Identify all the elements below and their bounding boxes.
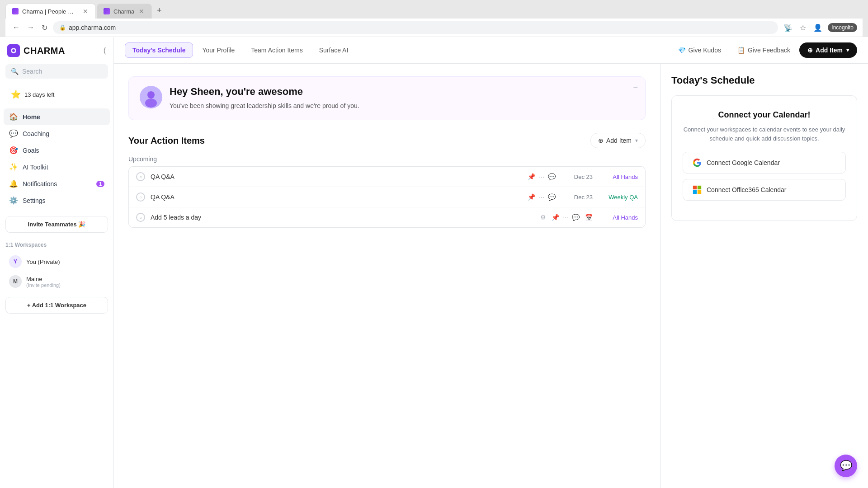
sidebar-item-settings[interactable]: ⚙️ Settings [4, 192, 110, 209]
svg-point-4 [147, 91, 155, 99]
svg-rect-6 [693, 186, 697, 189]
workspace-name-maine: Maine [26, 276, 61, 282]
invite-teammates-button[interactable]: Invite Teammates 🎉 [5, 216, 108, 233]
action-name-2: QA Q&A [151, 193, 522, 201]
action-tag-3[interactable]: All Hands [602, 214, 638, 221]
connect-google-calendar-button[interactable]: Connect Google Calendar [683, 152, 846, 174]
tab-favicon-1 [12, 8, 19, 14]
action-tag-1[interactable]: All Hands [602, 174, 638, 180]
incognito-badge: Incognito [828, 23, 857, 32]
home-icon: 🏠 [9, 113, 18, 121]
tab-favicon-2 [104, 8, 110, 14]
new-tab-button[interactable]: + [153, 4, 165, 17]
sidebar-item-home[interactable]: 🏠 Home [4, 108, 110, 125]
top-nav-today-schedule[interactable]: Today's Schedule [125, 42, 193, 58]
chat-bubble-button[interactable]: 💬 [835, 455, 857, 477]
trial-badge: ⭐ 13 days left [5, 86, 108, 103]
tab-title-1: Charma | People Management S... [22, 8, 78, 15]
office365-icon [692, 185, 702, 195]
sidebar-item-coaching[interactable]: 💬 Coaching [4, 125, 110, 142]
office365-label: Connect Office365 Calendar [707, 186, 786, 193]
action-check-3[interactable]: ○ [136, 213, 145, 222]
table-row: ○ QA Q&A 📌 ··· 💬 Dec 23 All Hands [129, 167, 645, 187]
bookmark-icon[interactable]: ☆ [798, 22, 808, 34]
top-nav-surface-ai[interactable]: Surface AI [312, 43, 356, 57]
sidebar-item-goals[interactable]: 🎯 Goals [4, 142, 110, 159]
app-container: CHARMA ⟨ 🔍 Search ⭐ 13 days left 🏠 Home … [0, 37, 868, 488]
connect-office365-button[interactable]: Connect Office365 Calendar [683, 179, 846, 201]
address-text: app.charma.com [69, 24, 116, 31]
right-panel-title: Today's Schedule [671, 75, 857, 86]
give-kudos-button[interactable]: 💎 Give Kudos [671, 43, 728, 57]
sidebar-item-label-ai-toolkit: AI Toolkit [23, 164, 48, 171]
nav-items: 🏠 Home 💬 Coaching 🎯 Goals ✨ AI Toolkit 🔔… [0, 107, 113, 211]
top-nav-your-profile[interactable]: Your Profile [195, 43, 242, 57]
action-tag-2[interactable]: Weekly QA [602, 194, 638, 201]
pin-icon-1[interactable]: 📌 [528, 173, 535, 180]
sidebar-search[interactable]: 🔍 Search [5, 64, 108, 79]
sidebar-item-notifications[interactable]: 🔔 Notifications 1 [4, 175, 110, 192]
sidebar-header: CHARMA ⟨ [0, 37, 113, 61]
more-icon-2[interactable]: ··· [539, 193, 544, 201]
welcome-avatar [140, 86, 162, 108]
welcome-close-button[interactable]: − [633, 83, 638, 93]
table-row: ○ Add 5 leads a day ⚙ 📌 ··· 💬 📅 All Hand… [129, 207, 645, 227]
workspace-sub-maine: (Invite pending) [26, 282, 61, 288]
action-check-2[interactable]: ○ [136, 192, 145, 202]
give-feedback-button[interactable]: 📋 Give Feedback [730, 43, 797, 57]
top-nav-team-action[interactable]: Team Action Items [244, 43, 310, 57]
ai-toolkit-icon: ✨ [9, 163, 18, 171]
tab-active[interactable]: Charma | People Management S... ✕ [5, 4, 96, 19]
action-date-1: Dec 23 [561, 174, 593, 180]
add-item-button[interactable]: ⊕ Add Item ▾ [799, 42, 857, 58]
profile-icon[interactable]: 👤 [811, 22, 824, 34]
workspace-maine[interactable]: M Maine (Invite pending) [5, 272, 108, 291]
address-bar[interactable]: 🔒 app.charma.com [53, 21, 778, 34]
workspace-avatar-private: Y [9, 255, 22, 268]
lock-icon: 🔒 [59, 24, 66, 31]
action-icons-1: 📌 ··· 💬 [528, 173, 556, 180]
logo-icon [7, 44, 20, 57]
gear-icon-3[interactable]: ⚙ [540, 214, 546, 221]
more-icon-1[interactable]: ··· [539, 173, 544, 180]
comment-icon-2[interactable]: 💬 [548, 193, 556, 201]
tab-close-1[interactable]: ✕ [82, 8, 89, 15]
action-items-header: Your Action Items ⊕ Add Item ▾ [128, 133, 646, 148]
workspaces-section: 1:1 Workspaces Y You (Private) M Maine (… [0, 238, 113, 293]
feedback-icon: 📋 [737, 47, 745, 54]
sidebar-item-label-goals: Goals [23, 147, 39, 154]
table-row: ○ QA Q&A 📌 ··· 💬 Dec 23 Weekly QA [129, 187, 645, 207]
add-item-label: Add Item [816, 47, 843, 54]
action-check-1[interactable]: ○ [136, 172, 145, 181]
welcome-greeting: Hey Sheen, you're awesome [170, 86, 634, 98]
tab-title-2: Charma [113, 8, 134, 15]
tab-close-2[interactable]: ✕ [138, 8, 145, 15]
svg-rect-9 [698, 190, 701, 194]
sidebar: CHARMA ⟨ 🔍 Search ⭐ 13 days left 🏠 Home … [0, 37, 114, 488]
top-nav: Today's Schedule Your Profile Team Actio… [114, 37, 868, 64]
sidebar-collapse-button[interactable]: ⟨ [103, 46, 106, 56]
comment-icon-1[interactable]: 💬 [548, 173, 556, 180]
sidebar-item-ai-toolkit[interactable]: ✨ AI Toolkit [4, 159, 110, 175]
more-icon-3[interactable]: ··· [563, 214, 568, 221]
comment-icon-3[interactable]: 💬 [572, 214, 580, 221]
pin-icon-2[interactable]: 📌 [528, 193, 535, 201]
add-workspace-button[interactable]: + Add 1:1 Workspace [5, 297, 108, 314]
forward-button[interactable]: → [25, 22, 36, 33]
tab-bar: Charma | People Management S... ✕ Charma… [5, 4, 863, 19]
back-button[interactable]: ← [11, 22, 22, 33]
add-item-action-button[interactable]: ⊕ Add Item ▾ [590, 133, 646, 148]
reload-button[interactable]: ↻ [40, 22, 49, 34]
google-calendar-icon [692, 158, 702, 168]
cast-icon[interactable]: 📡 [782, 22, 794, 34]
sidebar-item-label-coaching: Coaching [23, 130, 49, 137]
trial-star-icon: ⭐ [11, 89, 21, 99]
workspace-private[interactable]: Y You (Private) [5, 252, 108, 272]
action-icons-3: 📌 ··· 💬 [552, 214, 580, 221]
pin-icon-3[interactable]: 📌 [552, 214, 559, 221]
svg-rect-8 [693, 190, 697, 194]
tab-inactive[interactable]: Charma ✕ [97, 4, 152, 19]
welcome-description: You've been showing great leadership ski… [170, 101, 634, 111]
google-calendar-label: Connect Google Calendar [707, 159, 780, 166]
calendar-card-description: Connect your workspaces to calendar even… [683, 125, 846, 143]
